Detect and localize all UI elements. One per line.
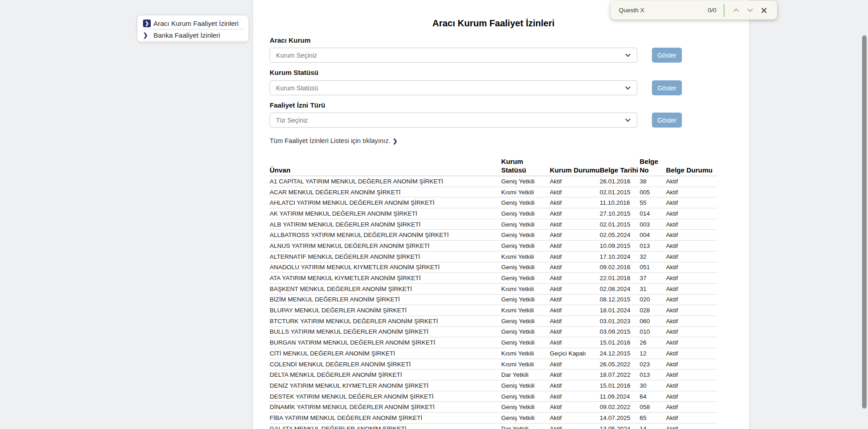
page: { "sidebar": { "items": [ { "label": "Ar… — [0, 0, 868, 429]
chevron-right-icon: ❯ — [143, 32, 151, 39]
cell-belge-tarihi: 18.07.2022 — [600, 371, 640, 378]
kurum-statusu-select[interactable]: Kurum Statüsü — [270, 80, 637, 95]
cell-kurum-durumu: Aktif — [550, 275, 600, 281]
column-header-kurum-durumu: Kurum Durumu — [550, 166, 600, 174]
cell-belge-no: 020 — [640, 296, 666, 303]
cell-kurum-statusu: Kısmi Yetkili — [501, 350, 550, 357]
cell-belge-tarihi: 18.01.2024 — [600, 307, 640, 314]
table-row: ALTERNATİF MENKUL DEĞERLER ANONİM ŞİRKET… — [270, 251, 717, 262]
faaliyet-izni-turu-label: Faaliyet İzni Türü — [270, 101, 326, 109]
table-row: BURGAN YATIRIM MENKUL DEĞERLER ANONİM Şİ… — [270, 337, 717, 348]
cell-kurum-durumu: Aktif — [550, 286, 600, 292]
cell-belge-tarihi: 22.01.2016 — [600, 275, 640, 281]
cell-belge-no: 013 — [640, 371, 666, 378]
cell-belge-no: 14 — [640, 425, 666, 429]
cell-kurum-statusu: Kısmi Yetkili — [501, 361, 550, 368]
cell-belge-no: 65 — [640, 414, 666, 421]
cell-belge-no: 013 — [640, 242, 666, 249]
column-header-unvan: Ünvan — [270, 166, 501, 174]
chevron-right-icon: ❯ — [393, 138, 397, 144]
goster-button-faaliyet-izni-turu[interactable]: Göster — [652, 113, 682, 128]
cell-unvan: ALTERNATİF MENKUL DEĞERLER ANONİM ŞİRKET… — [270, 253, 501, 260]
cell-unvan: COLENDİ MENKUL DEĞERLER ANONİM ŞİRKETİ — [270, 361, 501, 368]
faaliyet-izni-turu-select[interactable]: Tür Seçiniz — [270, 113, 637, 128]
araci-kurum-select[interactable]: Kurum Seçiniz — [270, 48, 637, 63]
chevron-down-icon — [747, 8, 754, 12]
cell-belge-tarihi: 17.10.2024 — [600, 253, 640, 260]
cell-unvan: ALLBATROSS YATIRIM MENKUL DEĞERLER ANONİ… — [270, 232, 501, 238]
table-row: DESTEK YATIRIM MENKUL DEĞERLER ANONİM Şİ… — [270, 391, 717, 402]
chevron-up-icon — [733, 8, 740, 12]
goster-button-araci-kurum[interactable]: Göster — [652, 48, 682, 63]
cell-kurum-durumu: Aktif — [550, 199, 600, 206]
chevron-right-badge-icon: ❯ — [143, 20, 151, 27]
cell-unvan: CİTİ MENKUL DEĞERLER ANONİM ŞİRKETİ — [270, 350, 501, 357]
cell-belge-no: 12 — [640, 350, 666, 357]
cell-belge-no: 005 — [640, 189, 666, 196]
cell-belge-durumu: Aktif — [666, 296, 717, 303]
cell-kurum-durumu: Aktif — [550, 425, 600, 429]
cell-kurum-statusu: Dar Yetkili — [501, 371, 550, 378]
table-row: ALB YATIRIM MENKUL DEĞERLER ANONİM ŞİRKE… — [270, 219, 717, 230]
cell-belge-durumu: Aktif — [666, 371, 717, 378]
cell-belge-tarihi: 09.02.2022 — [600, 404, 640, 410]
table-row: AHLATCI YATIRIM MENKUL DEĞERLER ANONİM Ş… — [270, 197, 717, 208]
cell-unvan: DİNAMİK YATIRIM MENKUL DEĞERLER ANONİM Ş… — [270, 404, 501, 410]
cell-unvan: DELTA MENKUL DEĞERLER ANONİM ŞİRKETİ — [270, 371, 501, 378]
araci-kurum-label: Aracı Kurum — [270, 36, 311, 44]
find-query-input[interactable]: Questh X — [619, 7, 644, 14]
find-previous-button[interactable] — [732, 7, 740, 13]
cell-belge-tarihi: 08.12.2015 — [600, 296, 640, 303]
find-next-button[interactable] — [746, 7, 755, 13]
cell-belge-durumu: Aktif — [666, 264, 717, 271]
cell-belge-no: 058 — [640, 404, 666, 410]
cell-kurum-durumu: Geçici Kapalı — [550, 350, 600, 357]
column-header-belge-no: Belge No — [640, 157, 666, 174]
sidebar-item-banka-faaliyet-izinleri[interactable]: ❯ Banka Faaliyet İzinleri — [143, 30, 245, 41]
find-match-count: 0/0 — [708, 7, 716, 14]
find-close-button[interactable] — [760, 6, 768, 15]
find-in-page-bar: Questh X 0/0 — [611, 1, 777, 20]
cell-belge-no: 014 — [640, 210, 666, 217]
main-content-card: Aracı Kurum Faaliyet İzinleri Aracı Kuru… — [253, 0, 749, 429]
sidebar-item-araci-kurum-faaliyet-izinleri[interactable]: ❯ Aracı Kurum Faaliyet İzinleri — [143, 18, 245, 30]
cell-kurum-durumu: Aktif — [550, 361, 600, 368]
cell-kurum-statusu: Geniş Yetkili — [501, 242, 550, 249]
cell-belge-no: 64 — [640, 393, 666, 400]
cell-kurum-statusu: Geniş Yetkili — [501, 221, 550, 228]
cell-belge-tarihi: 03.01.2023 — [600, 318, 640, 325]
column-header-belge-durumu: Belge Durumu — [666, 166, 717, 174]
cell-kurum-durumu: Aktif — [550, 393, 600, 400]
cell-belge-durumu: Aktif — [666, 199, 717, 206]
cell-belge-no: 38 — [640, 178, 666, 185]
cell-belge-tarihi: 02.08.2024 — [600, 286, 640, 292]
table-row: COLENDİ MENKUL DEĞERLER ANONİM ŞİRKETİKı… — [270, 359, 717, 370]
cell-kurum-statusu: Geniş Yetkili — [501, 264, 550, 271]
cell-belge-tarihi: 26.05.2022 — [600, 361, 640, 368]
cell-belge-tarihi: 24.12.2015 — [600, 350, 640, 357]
cell-kurum-statusu: Geniş Yetkili — [501, 328, 550, 335]
table-row: BULLS YATIRIM MENKUL DEĞERLER ANONİM ŞİR… — [270, 327, 717, 338]
all-permits-link[interactable]: Tüm Faaliyet İzinleri Listesi için tıkla… — [270, 137, 397, 144]
cell-belge-no: 55 — [640, 199, 666, 206]
cell-belge-no: 30 — [640, 382, 666, 389]
cell-unvan: ALB YATIRIM MENKUL DEĞERLER ANONİM ŞİRKE… — [270, 221, 501, 228]
cell-kurum-durumu: Aktif — [550, 264, 600, 271]
cell-unvan: ALNUS YATIRIM MENKUL DEĞERLER ANONİM ŞİR… — [270, 242, 501, 249]
table-row: BLUPAY MENKUL DEĞERLER ANONİM ŞİRKETİKıs… — [270, 305, 717, 316]
table-row: ALNUS YATIRIM MENKUL DEĞERLER ANONİM ŞİR… — [270, 241, 717, 251]
cell-unvan: AK YATIRIM MENKUL DEĞERLER ANONİM ŞİRKET… — [270, 210, 501, 217]
table-row: DENİZ YATIRIM MENKUL KIYMETLER ANONİM Şİ… — [270, 380, 717, 391]
sidebar-item-label: Banka Faaliyet İzinleri — [153, 31, 220, 39]
table-row: DELTA MENKUL DEĞERLER ANONİM ŞİRKETİDar … — [270, 370, 717, 380]
cell-belge-tarihi: 03.09.2015 — [600, 328, 640, 335]
cell-unvan: BİZİM MENKUL DEĞERLER ANONİM ŞİRKETİ — [270, 296, 501, 303]
cell-kurum-statusu: Geniş Yetkili — [501, 339, 550, 346]
cell-belge-no: 051 — [640, 264, 666, 271]
vertical-scrollbar-thumb[interactable] — [862, 35, 867, 409]
cell-kurum-durumu: Aktif — [550, 328, 600, 335]
cell-belge-durumu: Aktif — [666, 286, 717, 292]
sidebar: ❯ Aracı Kurum Faaliyet İzinleri ❯ Banka … — [137, 15, 249, 42]
cell-belge-durumu: Aktif — [666, 178, 717, 185]
goster-button-kurum-statusu[interactable]: Göster — [652, 80, 682, 95]
